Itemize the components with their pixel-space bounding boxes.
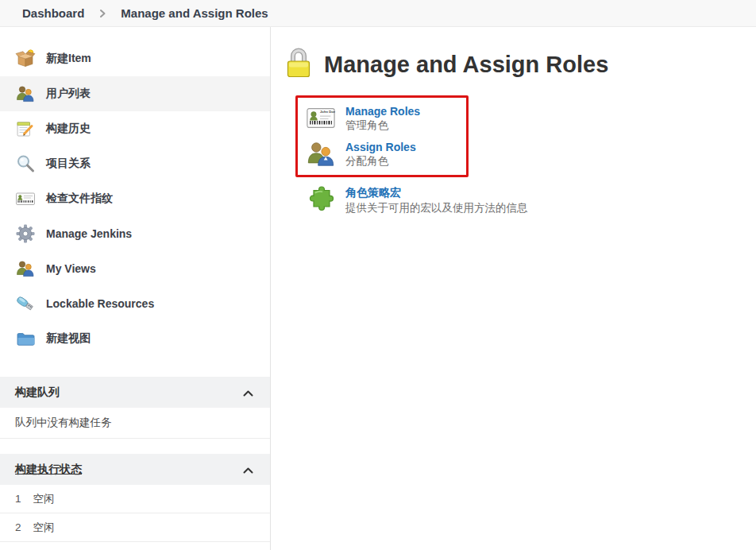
puzzle-icon (306, 184, 336, 215)
sidebar-item-fingerprint[interactable]: 检查文件指纹 (0, 181, 270, 216)
sidebar-item-user-list[interactable]: 用户列表 (0, 76, 270, 111)
executor-index: 1 (15, 493, 21, 505)
assign-roles-item[interactable]: Assign Roles 分配角色 (306, 139, 458, 169)
sidebar-item-label: Manage Jenkins (46, 227, 132, 240)
build-history-icon (15, 118, 36, 139)
sidebar-item-new-view[interactable]: 新建视图 (0, 321, 270, 356)
people-group-icon (306, 139, 336, 169)
main-content: Manage and Assign Roles John Doe Manage … (271, 27, 756, 550)
usb-icon (15, 293, 36, 314)
sidebar-task-list: 新建Item 用户列表 (0, 27, 270, 356)
sidebar-item-label: 项目关系 (46, 157, 91, 171)
breadcrumb: Dashboard Manage and Assign Roles (0, 0, 756, 27)
id-card-icon: John Doe (306, 103, 336, 134)
padlock-icon (284, 46, 313, 83)
executor-row: 2 空闲 (0, 513, 270, 542)
breadcrumb-current-page[interactable]: Manage and Assign Roles (121, 6, 268, 20)
manage-roles-item[interactable]: John Doe Manage Roles 管理角色 (306, 103, 458, 134)
manage-assign-roles-box: John Doe Manage Roles 管理角色 (295, 95, 469, 177)
page-heading: Manage and Assign Roles (284, 46, 756, 83)
new-item-icon (15, 48, 36, 69)
chevron-right-icon (98, 9, 106, 18)
executor-index: 2 (15, 521, 21, 533)
executor-row: 1 空闲 (0, 485, 270, 513)
build-queue-empty-text: 队列中没有构建任务 (15, 416, 112, 430)
breadcrumb-dashboard[interactable]: Dashboard (22, 6, 84, 20)
gear-icon (15, 223, 36, 244)
sidebar-item-my-views[interactable]: My Views (0, 251, 270, 286)
id-card-name-text: John Doe (320, 110, 336, 114)
chevron-up-icon[interactable] (243, 463, 253, 477)
chevron-up-icon[interactable] (243, 385, 253, 400)
page-title: Manage and Assign Roles (324, 52, 608, 78)
sidebar-item-label: My Views (46, 262, 96, 275)
build-queue-panel: 构建队列 队列中没有构建任务 (0, 377, 270, 439)
sidebar-item-label: Lockable Resources (46, 297, 154, 310)
executor-status: 空闲 (33, 492, 55, 506)
manage-roles-sublabel: 管理角色 (345, 119, 388, 131)
role-strategy-macros-link[interactable]: 角色策略宏 (345, 186, 528, 200)
people-icon (15, 258, 36, 279)
assign-roles-link[interactable]: Assign Roles (345, 141, 416, 153)
build-queue-title: 构建队列 (15, 385, 60, 400)
executor-status-header[interactable]: 构建执行状态 (0, 454, 270, 485)
fingerprint-icon (15, 188, 36, 209)
role-strategy-macros-description: 提供关于可用的宏以及使用方法的信息 (345, 202, 528, 214)
sidebar-item-label: 新建Item (46, 52, 91, 66)
executor-status: 空闲 (33, 521, 55, 535)
build-queue-header[interactable]: 构建队列 (0, 377, 270, 408)
people-icon (15, 83, 36, 104)
sidebar-item-new-item[interactable]: 新建Item (0, 41, 270, 76)
folder-icon (15, 328, 36, 349)
manage-roles-link[interactable]: Manage Roles (345, 105, 420, 118)
sidebar-item-build-history[interactable]: 构建历史 (0, 111, 270, 146)
sidebar-item-label: 检查文件指纹 (46, 192, 113, 206)
sidebar-item-lockable-resources[interactable]: Lockable Resources (0, 286, 270, 321)
assign-roles-sublabel: 分配角色 (345, 155, 388, 167)
sidebar: 新建Item 用户列表 (0, 27, 271, 550)
role-strategy-macros-item[interactable]: 角色策略宏 提供关于可用的宏以及使用方法的信息 (306, 184, 756, 215)
build-queue-empty-row: 队列中没有构建任务 (0, 408, 270, 439)
sidebar-item-project-relationship[interactable]: 项目关系 (0, 146, 270, 181)
sidebar-item-label: 用户列表 (46, 87, 91, 101)
executor-status-title: 构建执行状态 (15, 463, 82, 477)
sidebar-item-label: 新建视图 (46, 331, 91, 346)
search-icon (15, 153, 36, 174)
executor-status-panel: 构建执行状态 1 空闲 2 空闲 (0, 454, 270, 542)
sidebar-item-label: 构建历史 (46, 122, 91, 136)
sidebar-item-manage-jenkins[interactable]: Manage Jenkins (0, 216, 270, 251)
